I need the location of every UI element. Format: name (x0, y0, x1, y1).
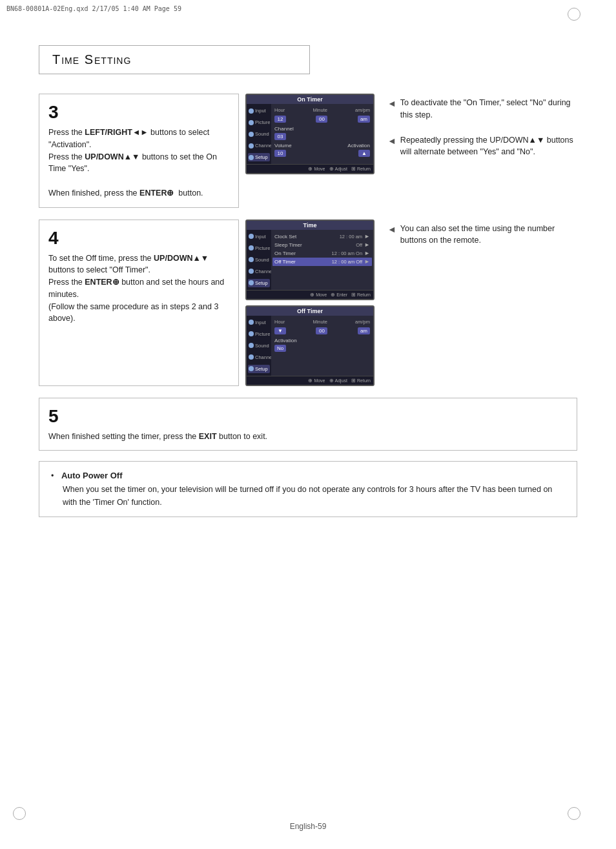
time-menu-sidebar: Input Picture Sound Channel Setup (247, 230, 271, 290)
channel-icon (249, 143, 254, 148)
footer-page: 59 (318, 822, 326, 831)
on-timer-header: Hour Minute am/pm (274, 107, 370, 114)
step3-number: 3 (48, 102, 229, 123)
tm-sidebar-sound: Sound (248, 256, 270, 264)
off-timer-sidebar: Input Picture Sound Channel Setup (247, 316, 271, 376)
footer-text: English- (290, 822, 318, 831)
sidebar-picture: Picture (248, 118, 270, 127)
step4-box: 4 To set the Off time, press the UP/DOWN… (39, 220, 239, 386)
off-timer-screen: Off Timer Input Picture Sound Cha (245, 305, 375, 386)
off-timer-activation-label: Activation (274, 337, 370, 344)
note4-1: ◄ You can also set the time using the nu… (387, 223, 577, 247)
bottom-move: ⊕ Move (308, 166, 325, 172)
sidebar-setup: Setup (248, 153, 270, 161)
off-timer-title: Off Timer (247, 307, 373, 316)
step4-screens: Time Input Picture Sound Channel (245, 220, 375, 386)
on-timer-time-row: 12 00 am (274, 115, 370, 123)
off-timer-bottom: ⊕ Move ⊕ Adjust ⊞ Return (247, 376, 373, 385)
info-bullet: • (51, 471, 54, 480)
main-content: 3 Press the LEFT/RIGHT◄► buttons to sele… (39, 94, 577, 527)
input-icon (249, 108, 254, 114)
time-menu-title: Time (247, 221, 373, 230)
step5-box: 5 When finished setting the timer, press… (39, 398, 577, 451)
ot-bottom-return: ⊞ Return (351, 378, 371, 384)
off-timer-time-row: ▼ 00 am (274, 327, 370, 335)
info-title: Auto Power Off (61, 471, 123, 480)
tm-bottom-enter: ⊕ Enter (331, 292, 347, 298)
time-row-off: Off Timer 12 : 00 am Off ► (272, 258, 372, 266)
on-timer-vol-row: Volume Activation (274, 142, 370, 149)
on-timer-screen: On Timer Input Picture Sound Chan (245, 94, 375, 174)
ot-bottom-move: ⊕ Move (308, 378, 325, 384)
on-timer-main: Hour Minute am/pm 12 00 am Channel (271, 104, 373, 164)
ot-sidebar-picture: Picture (248, 330, 270, 338)
step3-box: 3 Press the LEFT/RIGHT◄► buttons to sele… (39, 94, 239, 208)
sidebar-sound: Sound (248, 130, 270, 138)
time-row-clock: Clock Set 12 : 00 am ► (274, 232, 370, 241)
info-box: • Auto Power Off When you set the timer … (39, 461, 577, 517)
on-timer-act-row: 10 ▲ (274, 149, 370, 158)
step4-notes: ◄ You can also set the time using the nu… (387, 220, 577, 386)
setup-icon (249, 155, 254, 160)
off-timer-activation-val: No (274, 344, 370, 353)
step3-section: 3 Press the LEFT/RIGHT◄► buttons to sele… (39, 94, 577, 208)
step3-screens: On Timer Input Picture Sound Chan (245, 94, 375, 208)
step4-section: 4 To set the Off time, press the UP/DOWN… (39, 220, 577, 386)
print-header-text: BN68-00801A-02Eng.qxd 2/17/05 1:40 AM Pa… (6, 5, 181, 12)
on-timer-bottom: ⊕ Move ⊕ Adjust ⊞ Return (247, 164, 373, 173)
page-title: TIME SETTING (52, 52, 131, 66)
ot-bottom-adjust: ⊕ Adjust (329, 378, 347, 384)
off-timer-main: Hour Minute am/pm ▼ 00 am Activation (271, 316, 373, 376)
reg-mark-bottom-left (13, 807, 26, 820)
info-text: When you set the timer on, your televisi… (63, 483, 565, 509)
step5-text: When finished setting the timer, press t… (48, 431, 568, 443)
note3-2: ◄ Repeatedly pressing the UP/DOWN▲▼ butt… (387, 134, 577, 159)
sidebar-input: Input (248, 107, 270, 115)
tm-bottom-return: ⊞ Return (351, 292, 371, 298)
tm-sidebar-channel: Channel (248, 267, 270, 276)
tm-sidebar-picture: Picture (248, 244, 270, 252)
time-row-sleep: Sleep Timer Off ► (274, 241, 370, 249)
picture-icon (249, 120, 254, 125)
title-box: TIME SETTING (39, 45, 310, 74)
off-timer-body: Input Picture Sound Channel Setup (247, 316, 373, 376)
time-row-on: On Timer 12 : 00 am On ► (274, 249, 370, 258)
step3-notes: ◄ To deactivate the "On Timer," select "… (387, 94, 577, 208)
time-menu-screen: Time Input Picture Sound Channel (245, 220, 375, 300)
ot-sidebar-input: Input (248, 318, 270, 327)
step4-number: 4 (48, 228, 229, 249)
ot-sidebar-sound: Sound (248, 342, 270, 350)
bottom-return: ⊞ Return (351, 166, 371, 172)
step4-text: To set the Off time, press the UP/DOWN▲▼… (48, 252, 229, 325)
off-timer-header: Hour Minute am/pm (274, 318, 370, 325)
tm-sidebar-input: Input (248, 232, 270, 241)
on-timer-sidebar: Input Picture Sound Channel Setup (247, 104, 271, 164)
ot-sidebar-setup: Setup (248, 365, 270, 373)
on-timer-body: Input Picture Sound Channel Setup (247, 104, 373, 164)
bottom-adjust: ⊕ Adjust (329, 166, 347, 172)
reg-mark-top-right (568, 8, 580, 21)
step3-text: Press the LEFT/RIGHT◄► buttons to select… (48, 127, 229, 199)
tm-bottom-move: ⊕ Move (310, 292, 327, 298)
time-menu-body: Input Picture Sound Channel Setup (247, 230, 373, 290)
on-timer-title: On Timer (247, 95, 373, 104)
note3-1: ◄ To deactivate the "On Timer," select "… (387, 97, 577, 121)
page-footer: English-59 (0, 822, 616, 831)
sidebar-channel: Channel (248, 141, 270, 150)
step5-number: 5 (48, 406, 568, 427)
reg-mark-bottom-right (568, 807, 580, 820)
sound-icon (249, 132, 254, 137)
ot-sidebar-channel: Channel (248, 353, 270, 362)
on-timer-channel-row: Channel (274, 125, 370, 132)
time-menu-main: Clock Set 12 : 00 am ► Sleep Timer Off ►… (271, 230, 373, 290)
on-timer-channel-val: 03 (274, 132, 370, 141)
time-menu-bottom: ⊕ Move ⊕ Enter ⊞ Return (247, 290, 373, 299)
tm-sidebar-setup: Setup (248, 279, 270, 287)
print-header: BN68-00801A-02Eng.qxd 2/17/05 1:40 AM Pa… (6, 5, 181, 12)
